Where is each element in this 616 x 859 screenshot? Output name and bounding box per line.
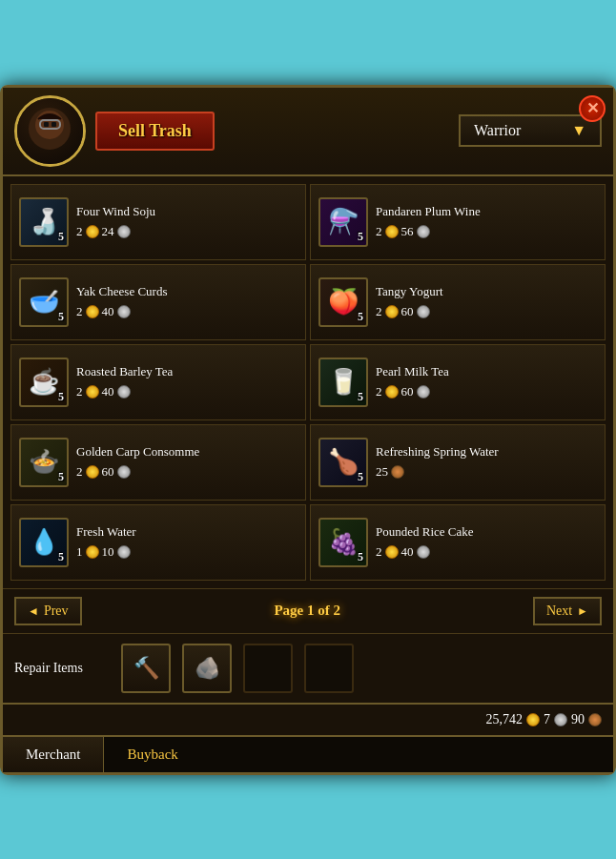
silver-amount: 60: [102, 464, 114, 480]
item-price: 2 40: [76, 384, 298, 399]
item-name: Roasted Barley Tea: [76, 364, 298, 380]
merchant-window: Sell Trash Warrior ▼ ✕ 🍶 5 Four Wind Soj…: [0, 85, 616, 775]
gold-amount: 2: [76, 384, 83, 399]
gold-coin-icon: [385, 225, 399, 238]
item-info: Pandaren Plum Wine 2 56: [376, 204, 597, 240]
tab-merchant[interactable]: Merchant: [3, 737, 104, 772]
gold-amount: 2: [376, 304, 382, 319]
item-icon: 🍲 5: [19, 438, 69, 487]
list-item[interactable]: 🍲 5 Golden Carp Consomme 2 60: [10, 424, 306, 501]
stack-count: 5: [58, 390, 64, 404]
item-price: 2 60: [76, 464, 298, 480]
next-button[interactable]: Next: [533, 597, 602, 625]
list-item[interactable]: 🍇 5 Pounded Rice Cake 2 40: [310, 504, 606, 581]
sell-trash-button[interactable]: Sell Trash: [95, 112, 215, 151]
silver-amount: 40: [401, 544, 414, 560]
item-icon-image: 🍑: [328, 287, 359, 317]
gold-icon: [526, 713, 540, 726]
gold-amount: 2: [76, 304, 83, 319]
svg-rect-3: [51, 122, 56, 127]
list-item[interactable]: ☕ 5 Roasted Barley Tea 2 40: [10, 344, 306, 420]
item-icon-image: ⚗️: [328, 207, 359, 236]
stack-count: 5: [58, 470, 64, 484]
silver-coin-icon: [417, 545, 430, 559]
item-price: 2 40: [76, 304, 298, 319]
header: Sell Trash Warrior ▼ ✕: [3, 88, 613, 176]
item-info: Pearl Milk Tea 2 60: [376, 364, 597, 400]
prev-arrow-icon: [28, 603, 39, 619]
gold-amount: 2: [376, 224, 382, 239]
item-icon: 🥣 5: [19, 277, 69, 327]
gold-coin-icon: [86, 385, 99, 399]
copper-total: 90: [571, 712, 585, 727]
class-dropdown[interactable]: Warrior ▼: [459, 114, 602, 147]
silver-amount: 60: [401, 384, 414, 399]
prev-button[interactable]: Prev: [14, 597, 82, 625]
repair-label: Repair Items: [14, 661, 110, 676]
item-info: Four Wind Soju 2 24: [76, 204, 298, 240]
list-item[interactable]: 🍶 5 Four Wind Soju 2 24: [10, 184, 306, 260]
avatar-image: [17, 98, 83, 164]
item-icon: 🍑 5: [318, 277, 368, 327]
item-info: Fresh Water 1 10: [76, 524, 298, 561]
gold-coin-icon: [86, 465, 99, 479]
item-icon-image: 🍇: [328, 527, 359, 557]
item-price: 2 60: [376, 384, 597, 399]
repair-stone-button[interactable]: 🪨: [182, 644, 232, 693]
item-icon: 🥛 5: [318, 358, 368, 407]
gold-amount: 2: [76, 464, 83, 480]
tab-buyback[interactable]: Buyback: [104, 737, 200, 772]
item-name: Pearl Milk Tea: [376, 364, 597, 380]
item-price: 2 24: [76, 224, 298, 239]
item-price: 1 10: [76, 544, 298, 560]
silver-coin-icon: [117, 305, 131, 318]
gold-amount: 2: [76, 224, 83, 239]
item-info: Golden Carp Consomme 2 60: [76, 444, 298, 481]
silver-total: 7: [544, 712, 550, 727]
silver-coin-icon: [117, 225, 131, 238]
silver-amount: 40: [102, 384, 114, 399]
stack-count: 5: [58, 550, 64, 564]
list-item[interactable]: 🥛 5 Pearl Milk Tea 2 60: [310, 344, 606, 420]
list-item[interactable]: 🍑 5 Tangy Yogurt 2 60: [310, 264, 606, 340]
item-icon: ⚗️ 5: [318, 197, 368, 247]
list-item[interactable]: 🥣 5 Yak Cheese Curds 2 40: [10, 264, 306, 340]
next-arrow-icon: [577, 603, 588, 619]
silver-amount: 40: [102, 304, 114, 319]
repair-section: Repair Items 🔨 🪨: [3, 634, 613, 705]
stack-count: 5: [58, 310, 64, 324]
item-info: Refreshing Spring Water 25: [376, 444, 597, 481]
stack-count: 5: [358, 230, 363, 244]
item-name: Pounded Rice Cake: [376, 524, 597, 541]
item-info: Roasted Barley Tea 2 40: [76, 364, 298, 400]
item-icon: 🍶 5: [19, 197, 69, 247]
silver-coin-icon: [417, 385, 430, 399]
item-name: Golden Carp Consomme: [76, 444, 298, 460]
stack-count: 5: [358, 470, 363, 484]
items-grid: 🍶 5 Four Wind Soju 2 24 ⚗️ 5 Pandaren Pl…: [3, 176, 613, 588]
pagination: Prev Page 1 of 2 Next: [3, 588, 613, 634]
next-label: Next: [546, 603, 572, 619]
close-button[interactable]: ✕: [579, 95, 606, 122]
hammer-icon: 🔨: [133, 656, 159, 681]
gold-coin-icon: [86, 225, 99, 238]
silver-amount: 60: [401, 304, 414, 319]
item-name: Pandaren Plum Wine: [376, 204, 597, 220]
gold-coin-icon: [385, 545, 399, 559]
prev-label: Prev: [44, 603, 69, 619]
stack-count: 5: [58, 230, 64, 244]
copper-coin-icon: [391, 465, 404, 479]
repair-hammer-button[interactable]: 🔨: [121, 644, 171, 693]
silver-amount: 56: [401, 224, 414, 239]
list-item[interactable]: 💧 5 Fresh Water 1 10: [10, 504, 306, 581]
gold-amount: 1: [76, 544, 83, 560]
item-name: Four Wind Soju: [76, 204, 298, 220]
item-price: 2 40: [376, 544, 597, 560]
item-icon-image: 💧: [29, 527, 59, 557]
gold-total: 25,742: [486, 712, 524, 727]
gold-amount: 2: [376, 384, 382, 399]
list-item[interactable]: ⚗️ 5 Pandaren Plum Wine 2 56: [310, 184, 606, 260]
list-item[interactable]: 🍗 5 Refreshing Spring Water 25: [310, 424, 606, 501]
gold-coin-icon: [86, 545, 99, 559]
empty-slot-2: [304, 644, 354, 693]
